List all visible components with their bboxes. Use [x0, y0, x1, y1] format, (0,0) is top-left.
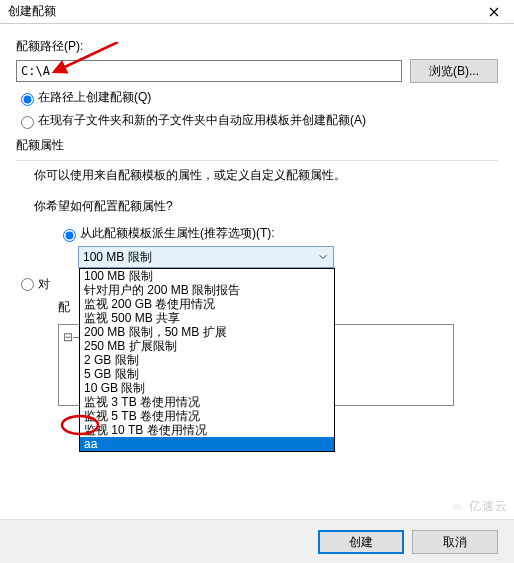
- template-option[interactable]: 监视 5 TB 卷使用情况: [80, 409, 334, 423]
- radio-create-on-subfolders-input[interactable]: [21, 116, 34, 129]
- cloud-icon: [451, 500, 465, 514]
- dialog-footer: 创建 取消: [0, 519, 514, 563]
- close-button[interactable]: [474, 0, 514, 24]
- template-option[interactable]: 监视 10 TB 卷使用情况: [80, 423, 334, 437]
- template-option[interactable]: 10 GB 限制: [80, 381, 334, 395]
- template-option[interactable]: 监视 3 TB 卷使用情况: [80, 395, 334, 409]
- template-option[interactable]: 100 MB 限制: [80, 269, 334, 283]
- template-option[interactable]: 250 MB 扩展限制: [80, 339, 334, 353]
- radio-custom-input[interactable]: [21, 278, 34, 291]
- radio-from-template[interactable]: 从此配额模板派生属性(推荐选项)(T):: [58, 225, 498, 242]
- browse-button[interactable]: 浏览(B)...: [410, 59, 498, 83]
- quota-path-input[interactable]: [16, 60, 402, 82]
- close-icon: [489, 7, 499, 17]
- template-option[interactable]: 5 GB 限制: [80, 367, 334, 381]
- watermark: 亿速云: [451, 498, 508, 515]
- template-combobox[interactable]: 100 MB 限制 100 MB 限制针对用户的 200 MB 限制报告监视 2…: [78, 246, 334, 268]
- radio-from-template-label: 从此配额模板派生属性(推荐选项)(T):: [80, 225, 275, 242]
- radio-custom-label: 对: [38, 276, 50, 293]
- template-option[interactable]: 2 GB 限制: [80, 353, 334, 367]
- template-combobox-value: 100 MB 限制: [83, 249, 152, 266]
- radio-from-template-input[interactable]: [63, 229, 76, 242]
- create-button[interactable]: 创建: [318, 530, 404, 554]
- quota-path-label: 配额路径(P):: [16, 38, 498, 55]
- template-option[interactable]: 200 MB 限制，50 MB 扩展: [80, 325, 334, 339]
- chevron-down-icon: [315, 249, 331, 265]
- window-title: 创建配额: [8, 3, 474, 20]
- radio-create-on-path-input[interactable]: [21, 93, 34, 106]
- quota-props-heading: 配额属性: [16, 137, 498, 154]
- radio-create-on-subfolders-label: 在现有子文件夹和新的子文件夹中自动应用模板并创建配额(A): [38, 112, 366, 129]
- watermark-text: 亿速云: [469, 499, 508, 513]
- template-dropdown-list[interactable]: 100 MB 限制针对用户的 200 MB 限制报告监视 200 GB 卷使用情…: [79, 268, 335, 452]
- quota-props-prompt: 你希望如何配置配额属性?: [34, 198, 498, 215]
- template-option[interactable]: 监视 200 GB 卷使用情况: [80, 297, 334, 311]
- radio-create-on-subfolders[interactable]: 在现有子文件夹和新的子文件夹中自动应用模板并创建配额(A): [16, 112, 498, 129]
- quota-props-desc: 你可以使用来自配额模板的属性，或定义自定义配额属性。: [34, 167, 498, 184]
- cancel-button[interactable]: 取消: [412, 530, 498, 554]
- divider: [16, 160, 498, 161]
- radio-create-on-path[interactable]: 在路径上创建配额(Q): [16, 89, 498, 106]
- title-bar: 创建配额: [0, 0, 514, 24]
- template-option[interactable]: 针对用户的 200 MB 限制报告: [80, 283, 334, 297]
- template-option[interactable]: 监视 500 MB 共享: [80, 311, 334, 325]
- template-option[interactable]: aa: [80, 437, 334, 451]
- radio-create-on-path-label: 在路径上创建配额(Q): [38, 89, 151, 106]
